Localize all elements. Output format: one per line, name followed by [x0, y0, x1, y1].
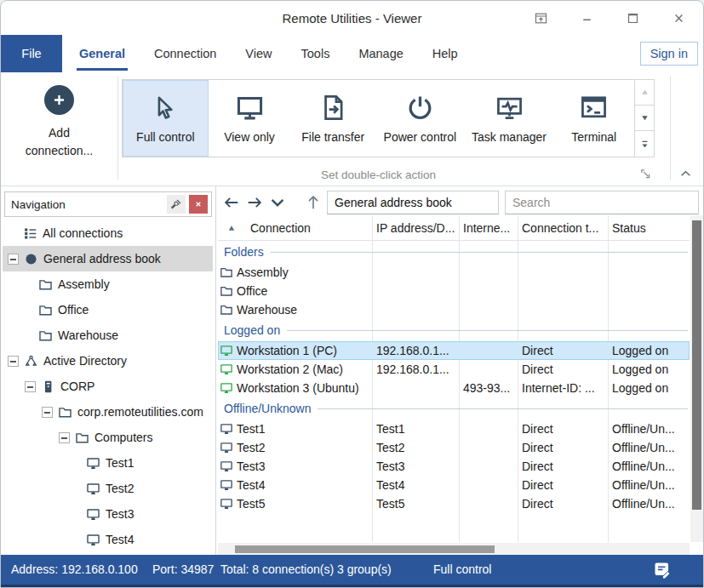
- tree-item-warehouse[interactable]: Warehouse: [3, 323, 213, 348]
- horizontal-scrollbar-thumb[interactable]: [235, 545, 495, 553]
- expander-icon[interactable]: [8, 356, 19, 367]
- expander-icon[interactable]: [8, 254, 19, 265]
- cell-connection-type: [522, 300, 607, 319]
- column-header-connection-t[interactable]: Connection t...: [522, 215, 598, 241]
- terminal-icon: [580, 94, 608, 122]
- connection-name: Workstation 3 (Ubuntu): [237, 381, 359, 395]
- tree-item-computers[interactable]: Computers: [3, 425, 213, 450]
- scroll-up-button[interactable]: [635, 80, 654, 106]
- table-row-workstation-2-mac[interactable]: Workstation 2 (Mac)192.168.0.1...DirectL…: [218, 360, 690, 379]
- tree-item-test4[interactable]: Test4: [3, 527, 213, 552]
- cell-ip: 192.168.0.1...: [376, 360, 457, 379]
- table-row-test5[interactable]: Test5Test5DirectOffline/Un...: [218, 494, 690, 510]
- expander-icon[interactable]: [59, 432, 70, 443]
- sort-ascending-icon[interactable]: [226, 223, 237, 233]
- cell-connection-type: Direct: [522, 360, 607, 379]
- close-small-icon: [194, 200, 203, 208]
- feedback-note-icon[interactable]: [652, 560, 673, 580]
- expander-icon[interactable]: [42, 407, 53, 418]
- forward-icon[interactable]: [245, 193, 264, 212]
- tree-item-general-address-book[interactable]: General address book: [3, 246, 213, 271]
- tree-item-test3[interactable]: Test3: [3, 501, 213, 527]
- status-total: Total: 8 connection(s) 3 group(s): [220, 562, 392, 576]
- tree-item-test1[interactable]: Test1: [3, 450, 213, 476]
- power-control-button[interactable]: Power control: [375, 80, 465, 157]
- column-header-ip-address-d[interactable]: IP address/D...: [376, 215, 455, 241]
- tree-item-active-directory[interactable]: Active Directory: [3, 348, 213, 374]
- minimize-button[interactable]: [575, 6, 598, 30]
- ribbon-scroll-buttons: [634, 79, 655, 157]
- chevron-down-icon[interactable]: [268, 193, 287, 212]
- collapse-ribbon-icon[interactable]: [677, 166, 695, 181]
- tab-connection[interactable]: Connection: [140, 35, 231, 72]
- computer-icon: [220, 497, 233, 510]
- tree-item-corp-remoteutilities-com[interactable]: corp.remoteutilities.com: [3, 399, 213, 425]
- sign-in-button[interactable]: Sign in: [640, 42, 698, 66]
- ribbon-separator: [117, 77, 118, 180]
- tab-manage[interactable]: Manage: [344, 35, 417, 72]
- table-row-office[interactable]: Office: [218, 282, 690, 300]
- file-transfer-button[interactable]: File transfer: [290, 80, 375, 157]
- scroll-to-end-button[interactable]: [635, 131, 654, 157]
- column-header-connection[interactable]: Connection: [250, 215, 311, 241]
- navigation-close-button[interactable]: [189, 195, 208, 214]
- tab-tools[interactable]: Tools: [287, 35, 345, 72]
- tree-item-corp[interactable]: CORP: [3, 374, 213, 399]
- active-directory-icon: [24, 354, 38, 368]
- tree-item-assembly[interactable]: Assembly: [3, 271, 213, 297]
- double-down-icon: [639, 139, 650, 150]
- dialog-launcher-icon[interactable]: [639, 168, 652, 180]
- status-bar: Address: 192.168.0.100 Port: 34987 Total…: [1, 555, 703, 587]
- cell-status: Offline/Un...: [612, 476, 690, 494]
- column-header-status[interactable]: Status: [612, 215, 646, 241]
- tree-item-office[interactable]: Office: [3, 297, 213, 323]
- add-connection-button[interactable]: Add connection...: [1, 77, 117, 160]
- pin-icon[interactable]: [167, 195, 186, 214]
- connection-name: Workstation 2 (Mac): [237, 363, 343, 376]
- close-button[interactable]: [667, 6, 690, 30]
- cell-internet-id: [463, 457, 519, 476]
- table-row-test1[interactable]: Test1Test1DirectOffline/Un...: [218, 420, 690, 438]
- action-label: Power control: [384, 130, 457, 144]
- table-row-assembly[interactable]: Assembly: [218, 263, 690, 282]
- address-bar-input[interactable]: [327, 191, 499, 214]
- cell-connection: Workstation 1 (PC): [220, 341, 373, 360]
- status-port: Port: 34987: [152, 562, 214, 576]
- search-input[interactable]: [505, 191, 699, 214]
- cell-connection-type: Direct: [522, 494, 607, 510]
- table-row-workstation-1-pc[interactable]: Workstation 1 (PC)192.168.0.1...DirectLo…: [218, 341, 690, 360]
- maximize-button[interactable]: [621, 6, 644, 30]
- table-row-warehouse[interactable]: Warehouse: [218, 300, 690, 319]
- task-manager-button[interactable]: Task manager: [465, 80, 554, 157]
- table-row-test3[interactable]: Test3Test3DirectOffline/Un...: [218, 457, 690, 476]
- cell-ip: Test3: [376, 457, 457, 476]
- back-icon[interactable]: [222, 193, 241, 212]
- tree-item-label: Warehouse: [58, 328, 118, 342]
- connection-name: Test5: [237, 497, 265, 510]
- scroll-down-button[interactable]: [635, 106, 654, 131]
- up-icon[interactable]: [304, 193, 323, 212]
- hide-to-tray-button[interactable]: [529, 6, 552, 30]
- vertical-scrollbar[interactable]: [690, 215, 703, 542]
- column-header-interne[interactable]: Interne...: [463, 215, 510, 241]
- cell-internet-id: [463, 263, 519, 282]
- table-row-test4[interactable]: Test4Test4DirectOffline/Un...: [218, 476, 690, 494]
- tab-general[interactable]: General: [65, 35, 140, 72]
- terminal-button[interactable]: Terminal: [553, 80, 634, 157]
- table-row-workstation-3-ubuntu[interactable]: Workstation 3 (Ubuntu)493-93...Internet-…: [218, 379, 690, 397]
- table-row-test2[interactable]: Test2Test2DirectOffline/Un...: [218, 438, 690, 457]
- tab-view[interactable]: View: [231, 35, 286, 72]
- expander-icon[interactable]: [25, 381, 36, 392]
- full-control-button[interactable]: Full control: [123, 80, 209, 157]
- view-only-button[interactable]: View only: [209, 80, 291, 157]
- vertical-scrollbar-thumb[interactable]: [692, 220, 701, 510]
- cell-connection-type: Direct: [522, 420, 607, 438]
- horizontal-scrollbar[interactable]: [218, 543, 690, 556]
- tree-item-test2[interactable]: Test2: [3, 476, 213, 501]
- computer-icon: [220, 460, 233, 473]
- cell-connection-type: Direct: [522, 438, 607, 457]
- tab-help[interactable]: Help: [418, 35, 472, 72]
- cell-connection: Workstation 2 (Mac): [220, 360, 373, 379]
- tree-item-all-connections[interactable]: All connections: [3, 220, 213, 246]
- tab-file[interactable]: File: [1, 35, 62, 72]
